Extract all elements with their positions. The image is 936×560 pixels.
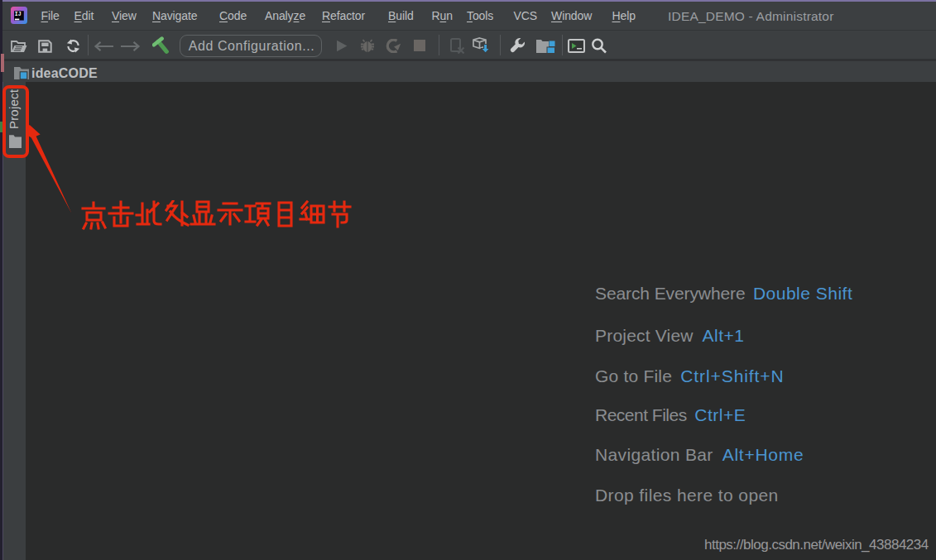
svg-text:IJ: IJ (15, 12, 22, 17)
